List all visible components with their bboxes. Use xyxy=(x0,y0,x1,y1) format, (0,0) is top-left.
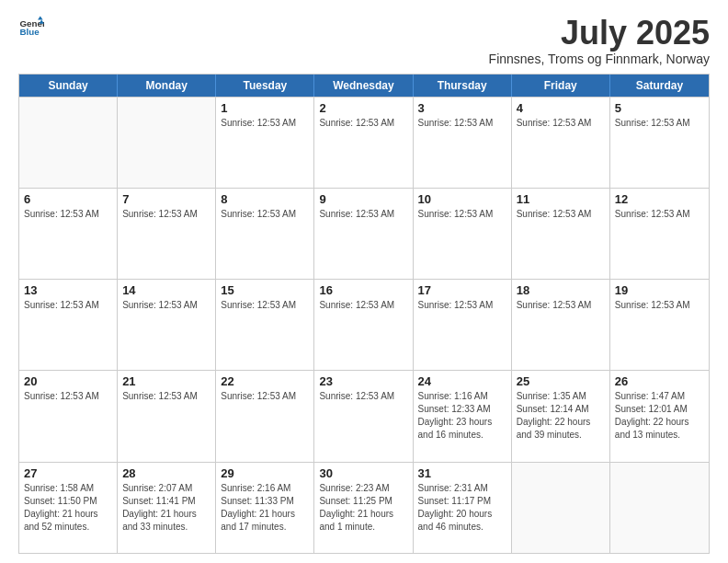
title-block: July 2025 Finnsnes, Troms og Finnmark, N… xyxy=(489,15,710,66)
day-info: Sunrise: 12:53 AM xyxy=(24,299,112,312)
cal-cell-2-1: 14Sunrise: 12:53 AM xyxy=(118,280,216,370)
header-tuesday: Tuesday xyxy=(216,75,314,97)
calendar-header-row: Sunday Monday Tuesday Wednesday Thursday… xyxy=(19,75,709,97)
day-number: 24 xyxy=(418,374,506,388)
cal-cell-3-0: 20Sunrise: 12:53 AM xyxy=(19,371,118,461)
day-info: Sunrise: 2:31 AM Sunset: 11:17 PM Daylig… xyxy=(418,482,506,534)
cal-cell-4-0: 27Sunrise: 1:58 AM Sunset: 11:50 PM Dayl… xyxy=(19,463,118,553)
cal-cell-1-0: 6Sunrise: 12:53 AM xyxy=(19,189,118,279)
day-info: Sunrise: 1:58 AM Sunset: 11:50 PM Daylig… xyxy=(24,482,112,534)
cal-cell-4-6 xyxy=(610,463,709,553)
cal-cell-0-1 xyxy=(118,98,216,188)
cal-cell-0-2: 1Sunrise: 12:53 AM xyxy=(216,98,314,188)
header: General Blue July 2025 Finnsnes, Troms o… xyxy=(18,15,710,66)
day-number: 4 xyxy=(517,101,605,115)
cal-cell-0-3: 2Sunrise: 12:53 AM xyxy=(314,98,413,188)
day-number: 10 xyxy=(418,192,506,206)
day-info: Sunrise: 12:53 AM xyxy=(517,208,605,221)
week-row-5: 27Sunrise: 1:58 AM Sunset: 11:50 PM Dayl… xyxy=(19,462,709,553)
day-info: Sunrise: 1:16 AM Sunset: 12:33 AM Daylig… xyxy=(418,390,506,442)
day-info: Sunrise: 12:53 AM xyxy=(319,299,407,312)
day-number: 16 xyxy=(319,283,407,297)
day-info: Sunrise: 12:53 AM xyxy=(24,390,112,403)
day-info: Sunrise: 12:53 AM xyxy=(122,390,210,403)
cal-cell-1-4: 10Sunrise: 12:53 AM xyxy=(414,189,512,279)
day-number: 8 xyxy=(221,192,309,206)
location: Finnsnes, Troms og Finnmark, Norway xyxy=(489,52,710,66)
day-number: 13 xyxy=(24,283,112,297)
header-monday: Monday xyxy=(118,75,216,97)
cal-cell-3-6: 26Sunrise: 1:47 AM Sunset: 12:01 AM Dayl… xyxy=(610,371,709,461)
day-number: 30 xyxy=(319,466,407,480)
day-info: Sunrise: 12:53 AM xyxy=(221,117,309,130)
day-number: 14 xyxy=(122,283,210,297)
header-wednesday: Wednesday xyxy=(314,75,413,97)
day-info: Sunrise: 12:53 AM xyxy=(418,299,506,312)
week-row-1: 1Sunrise: 12:53 AM2Sunrise: 12:53 AM3Sun… xyxy=(19,97,709,188)
day-info: Sunrise: 12:53 AM xyxy=(122,208,210,221)
day-info: Sunrise: 12:53 AM xyxy=(221,208,309,221)
cal-cell-0-6: 5Sunrise: 12:53 AM xyxy=(610,98,709,188)
day-info: Sunrise: 12:53 AM xyxy=(319,117,407,130)
cal-cell-0-5: 4Sunrise: 12:53 AM xyxy=(512,98,610,188)
day-number: 21 xyxy=(122,374,210,388)
day-number: 3 xyxy=(418,101,506,115)
day-info: Sunrise: 12:53 AM xyxy=(221,390,309,403)
week-row-3: 13Sunrise: 12:53 AM14Sunrise: 12:53 AM15… xyxy=(19,279,709,370)
calendar-body: 1Sunrise: 12:53 AM2Sunrise: 12:53 AM3Sun… xyxy=(19,97,709,553)
cal-cell-2-2: 15Sunrise: 12:53 AM xyxy=(216,280,314,370)
cal-cell-4-3: 30Sunrise: 2:23 AM Sunset: 11:25 PM Dayl… xyxy=(314,463,413,553)
day-info: Sunrise: 12:53 AM xyxy=(418,117,506,130)
cal-cell-4-1: 28Sunrise: 2:07 AM Sunset: 11:41 PM Dayl… xyxy=(118,463,216,553)
cal-cell-1-5: 11Sunrise: 12:53 AM xyxy=(512,189,610,279)
day-number: 23 xyxy=(319,374,407,388)
cal-cell-4-5 xyxy=(512,463,610,553)
cal-cell-4-4: 31Sunrise: 2:31 AM Sunset: 11:17 PM Dayl… xyxy=(414,463,512,553)
cal-cell-1-1: 7Sunrise: 12:53 AM xyxy=(118,189,216,279)
day-number: 25 xyxy=(517,374,605,388)
cal-cell-2-0: 13Sunrise: 12:53 AM xyxy=(19,280,118,370)
day-number: 31 xyxy=(418,466,506,480)
day-number: 7 xyxy=(122,192,210,206)
day-info: Sunrise: 12:53 AM xyxy=(615,299,704,312)
day-number: 2 xyxy=(319,101,407,115)
cal-cell-3-1: 21Sunrise: 12:53 AM xyxy=(118,371,216,461)
day-info: Sunrise: 1:35 AM Sunset: 12:14 AM Daylig… xyxy=(517,390,605,442)
day-number: 9 xyxy=(319,192,407,206)
day-info: Sunrise: 12:53 AM xyxy=(319,208,407,221)
cal-cell-3-3: 23Sunrise: 12:53 AM xyxy=(314,371,413,461)
day-number: 22 xyxy=(221,374,309,388)
logo: General Blue xyxy=(18,15,44,40)
cal-cell-3-5: 25Sunrise: 1:35 AM Sunset: 12:14 AM Dayl… xyxy=(512,371,610,461)
cal-cell-0-4: 3Sunrise: 12:53 AM xyxy=(414,98,512,188)
day-number: 19 xyxy=(615,283,704,297)
cal-cell-2-6: 19Sunrise: 12:53 AM xyxy=(610,280,709,370)
cal-cell-3-4: 24Sunrise: 1:16 AM Sunset: 12:33 AM Dayl… xyxy=(414,371,512,461)
day-number: 18 xyxy=(517,283,605,297)
calendar: Sunday Monday Tuesday Wednesday Thursday… xyxy=(18,74,710,554)
day-number: 28 xyxy=(122,466,210,480)
cal-cell-3-2: 22Sunrise: 12:53 AM xyxy=(216,371,314,461)
day-number: 17 xyxy=(418,283,506,297)
page: General Blue July 2025 Finnsnes, Troms o… xyxy=(0,0,728,563)
day-number: 29 xyxy=(221,466,309,480)
day-info: Sunrise: 12:53 AM xyxy=(221,299,309,312)
week-row-2: 6Sunrise: 12:53 AM7Sunrise: 12:53 AM8Sun… xyxy=(19,188,709,279)
logo-icon: General Blue xyxy=(18,15,44,40)
header-thursday: Thursday xyxy=(414,75,512,97)
day-info: Sunrise: 12:53 AM xyxy=(615,117,704,130)
cal-cell-2-3: 16Sunrise: 12:53 AM xyxy=(314,280,413,370)
day-info: Sunrise: 12:53 AM xyxy=(319,390,407,403)
cal-cell-0-0 xyxy=(19,98,118,188)
day-info: Sunrise: 12:53 AM xyxy=(517,117,605,130)
header-sunday: Sunday xyxy=(19,75,118,97)
cal-cell-4-2: 29Sunrise: 2:16 AM Sunset: 11:33 PM Dayl… xyxy=(216,463,314,553)
cal-cell-2-4: 17Sunrise: 12:53 AM xyxy=(414,280,512,370)
day-info: Sunrise: 12:53 AM xyxy=(615,208,704,221)
day-number: 20 xyxy=(24,374,112,388)
day-number: 11 xyxy=(517,192,605,206)
day-number: 1 xyxy=(221,101,309,115)
day-number: 26 xyxy=(615,374,704,388)
day-number: 27 xyxy=(24,466,112,480)
day-info: Sunrise: 2:23 AM Sunset: 11:25 PM Daylig… xyxy=(319,482,407,534)
